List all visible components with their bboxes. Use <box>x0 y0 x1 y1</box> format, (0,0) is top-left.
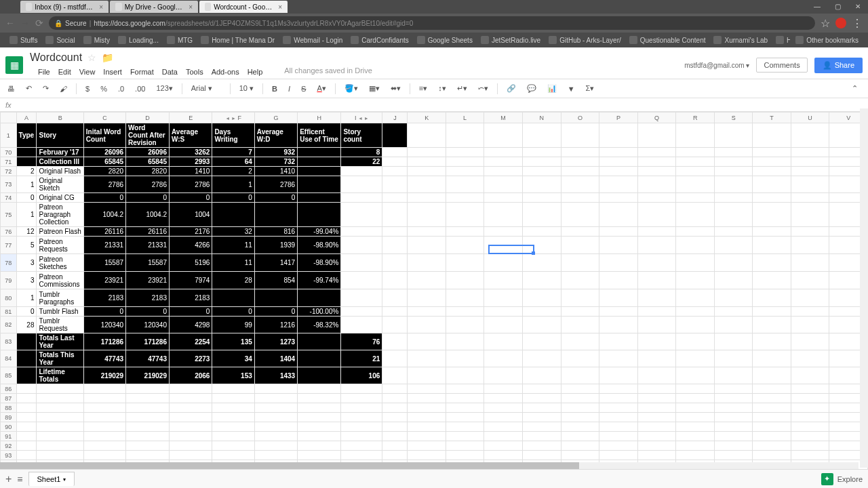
vertical-scrollbar[interactable] <box>860 108 868 468</box>
cell[interactable]: 26116 <box>126 227 170 237</box>
row-header[interactable]: 91 <box>1 432 17 441</box>
cell[interactable] <box>561 148 599 157</box>
cell[interactable] <box>298 384 341 394</box>
cell[interactable] <box>599 441 637 451</box>
cell[interactable] <box>408 403 446 413</box>
close-tab-icon[interactable]: × <box>99 3 103 11</box>
row-header[interactable]: 80 <box>1 289 17 307</box>
cell[interactable] <box>169 451 212 460</box>
cell[interactable] <box>298 367 341 384</box>
cell[interactable] <box>714 272 752 289</box>
cell[interactable]: Patreon Flash <box>37 227 83 237</box>
row-header[interactable]: 82 <box>1 317 17 333</box>
cell[interactable] <box>212 432 254 441</box>
cell[interactable] <box>341 441 382 451</box>
cell[interactable] <box>408 422 446 432</box>
cell[interactable]: 2254 <box>169 333 212 350</box>
cell[interactable]: 4298 <box>169 317 212 333</box>
cell[interactable] <box>522 167 561 176</box>
cell[interactable] <box>561 227 599 237</box>
cell[interactable] <box>16 451 37 460</box>
cell[interactable] <box>599 451 637 460</box>
font-selector[interactable]: Arial ▾ <box>189 83 223 94</box>
cell[interactable] <box>791 254 829 272</box>
cell[interactable]: Efficent Use of Time <box>298 123 341 148</box>
cell[interactable] <box>599 403 637 413</box>
cell[interactable] <box>522 254 561 272</box>
cell[interactable] <box>484 227 523 237</box>
profile-avatar[interactable] <box>835 18 846 28</box>
cell[interactable]: Story count <box>341 123 382 148</box>
cell[interactable] <box>561 289 599 307</box>
cell[interactable] <box>484 157 523 167</box>
cell[interactable] <box>382 350 408 367</box>
cell[interactable] <box>714 422 752 432</box>
cell[interactable]: 1273 <box>254 333 297 350</box>
cell[interactable] <box>408 254 446 272</box>
cell[interactable] <box>753 272 791 289</box>
bold-icon[interactable]: B <box>270 83 279 94</box>
cell[interactable]: 0 <box>169 193 212 203</box>
cell[interactable]: Days Writing <box>212 123 254 148</box>
cell[interactable] <box>254 422 297 432</box>
column-header[interactable]: U <box>791 113 829 123</box>
menu-view[interactable]: View <box>75 66 100 77</box>
cell[interactable] <box>298 176 341 193</box>
cell[interactable]: Totals Last Year <box>37 333 83 350</box>
font-size-selector[interactable]: 10 ▾ <box>237 83 256 94</box>
column-header[interactable]: S <box>714 113 752 123</box>
cell[interactable] <box>446 432 484 441</box>
cell[interactable]: 1433 <box>254 367 297 384</box>
cell[interactable] <box>599 157 637 167</box>
cell[interactable] <box>561 307 599 317</box>
cell[interactable] <box>714 157 752 167</box>
cell[interactable] <box>341 289 382 307</box>
cell[interactable]: 5196 <box>169 254 212 272</box>
cell[interactable]: 153 <box>212 367 254 384</box>
italic-icon[interactable]: I <box>286 83 292 94</box>
link-icon[interactable]: 🔗 <box>505 83 518 94</box>
cell[interactable] <box>791 394 829 403</box>
cell[interactable]: 171286 <box>83 333 125 350</box>
cell[interactable]: Type <box>16 123 37 148</box>
print-icon[interactable]: 🖶 <box>5 83 17 94</box>
cell[interactable] <box>637 176 676 193</box>
cell[interactable]: 0 <box>16 307 37 317</box>
cell[interactable]: 22 <box>341 157 382 167</box>
cell[interactable] <box>637 289 676 307</box>
cell[interactable]: -100.00% <box>298 307 341 317</box>
cell[interactable]: 2 <box>212 167 254 176</box>
bookmark-item[interactable]: Webmail - Login <box>279 35 347 45</box>
cell[interactable] <box>599 432 637 441</box>
cell[interactable] <box>676 422 715 432</box>
cell[interactable] <box>341 272 382 289</box>
cell[interactable] <box>298 167 341 176</box>
bookmark-item[interactable]: Home | The Mana Dr <box>197 35 279 45</box>
cell[interactable]: 64 <box>212 157 254 167</box>
cell[interactable] <box>16 333 37 350</box>
cell[interactable] <box>561 403 599 413</box>
cell[interactable] <box>484 394 523 403</box>
cell[interactable] <box>382 203 408 227</box>
cell[interactable] <box>791 333 829 350</box>
cell[interactable]: 26116 <box>83 227 125 237</box>
cell[interactable] <box>382 157 408 167</box>
bookmark-item[interactable]: Xurnami's Lab <box>709 35 772 45</box>
cell[interactable] <box>561 422 599 432</box>
cell[interactable] <box>753 367 791 384</box>
cell[interactable] <box>382 317 408 333</box>
cell[interactable] <box>561 432 599 441</box>
maximize-button[interactable]: ▢ <box>827 0 848 14</box>
cell[interactable] <box>714 307 752 317</box>
cell[interactable] <box>484 307 523 317</box>
cell[interactable] <box>791 432 829 441</box>
cell[interactable] <box>298 148 341 157</box>
cell[interactable] <box>676 157 715 167</box>
cell[interactable] <box>484 123 523 148</box>
cell[interactable] <box>522 237 561 254</box>
cell[interactable] <box>484 333 523 350</box>
cell[interactable] <box>522 123 561 148</box>
collapse-toolbar-icon[interactable]: ⌃ <box>850 83 860 94</box>
cell[interactable] <box>522 227 561 237</box>
cell[interactable] <box>408 307 446 317</box>
